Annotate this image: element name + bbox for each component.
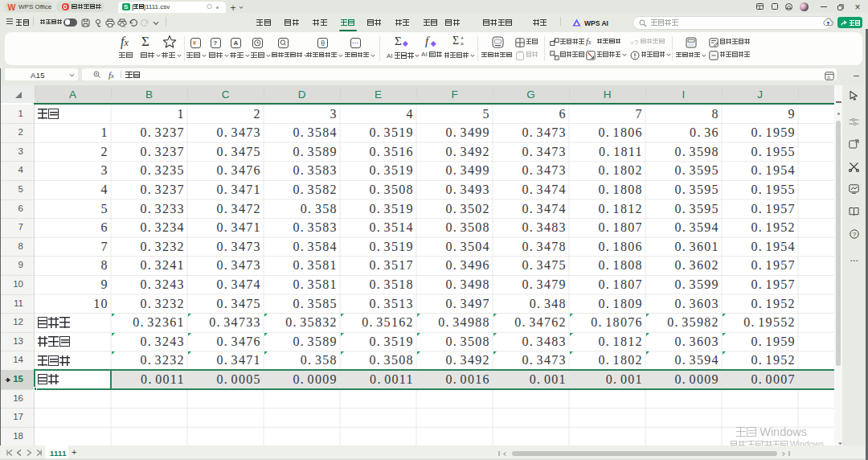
svg-text:?: ?: [852, 231, 856, 238]
svg-text:fx: fx: [827, 75, 831, 80]
